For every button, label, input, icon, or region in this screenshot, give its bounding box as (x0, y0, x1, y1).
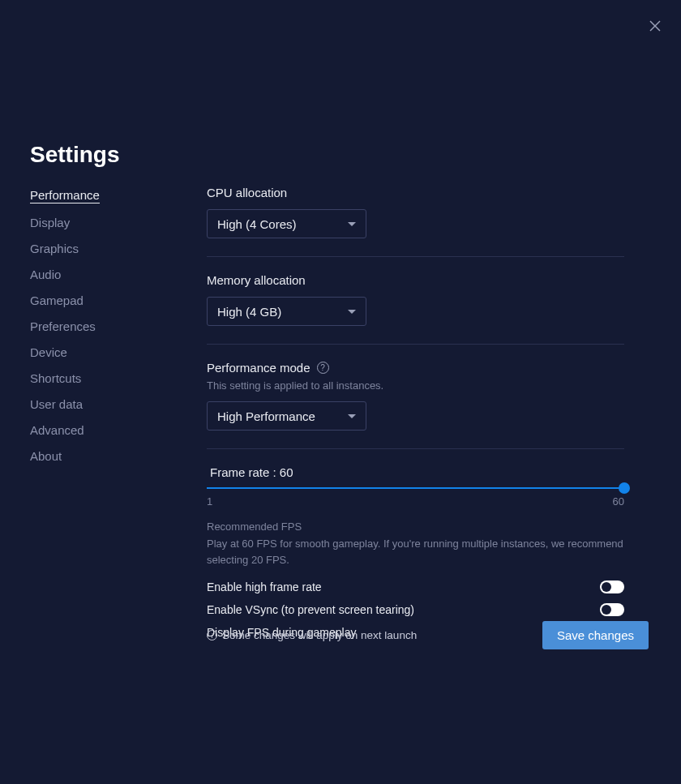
enable-vsync-toggle[interactable] (600, 603, 624, 616)
frame-rate-range: 1 60 (207, 495, 624, 508)
sidebar-item-advanced[interactable]: Advanced (30, 423, 84, 437)
performance-mode-label: Performance mode ? (207, 361, 624, 375)
footer-note-text: Some changes will apply on next launch (222, 629, 417, 641)
cpu-allocation-select[interactable]: High (4 Cores) (207, 209, 366, 238)
frame-rate-label-prefix: Frame rate : (210, 465, 280, 479)
performance-mode-select[interactable]: High Performance (207, 401, 366, 431)
frame-rate-max: 60 (613, 495, 624, 508)
help-icon[interactable]: ? (317, 362, 329, 374)
close-button[interactable] (644, 15, 666, 37)
performance-mode-label-text: Performance mode (207, 361, 311, 375)
cpu-allocation-section: CPU allocation High (4 Cores) (207, 186, 624, 257)
enable-high-frame-rate-row: Enable high frame rate (207, 581, 624, 593)
save-changes-button[interactable]: Save changes (542, 621, 649, 649)
frame-rate-min: 1 (207, 495, 212, 508)
frame-rate-section: Frame rate : 60 1 60 Recommended FPS Pla… (207, 465, 624, 639)
recommended-fps-body: Play at 60 FPS for smooth gameplay. If y… (207, 536, 624, 568)
settings-sidebar: Performance Display Graphics Audio Gamep… (30, 188, 168, 475)
toggle-knob (602, 582, 611, 592)
sidebar-item-shortcuts[interactable]: Shortcuts (30, 371, 81, 385)
recommended-fps-heading: Recommended FPS (207, 521, 624, 533)
page-title: Settings (30, 142, 119, 168)
frame-rate-value: 60 (280, 465, 293, 479)
close-icon (649, 20, 661, 32)
caret-down-icon (348, 310, 356, 314)
frame-rate-slider-thumb[interactable] (619, 482, 630, 494)
sidebar-item-audio[interactable]: Audio (30, 268, 61, 281)
cpu-allocation-label: CPU allocation (207, 186, 624, 199)
sidebar-item-gamepad[interactable]: Gamepad (30, 293, 84, 307)
enable-vsync-row: Enable VSync (to prevent screen tearing) (207, 603, 624, 616)
memory-allocation-select[interactable]: High (4 GB) (207, 297, 366, 326)
sidebar-item-device[interactable]: Device (30, 345, 67, 359)
cpu-allocation-value: High (4 Cores) (217, 217, 297, 231)
settings-footer: i Some changes will apply on next launch… (207, 621, 649, 649)
performance-mode-section: Performance mode ? This setting is appli… (207, 361, 624, 449)
sidebar-item-performance[interactable]: Performance (30, 188, 100, 203)
caret-down-icon (348, 414, 356, 418)
sidebar-item-about[interactable]: About (30, 449, 62, 463)
footer-note: i Some changes will apply on next launch (207, 629, 417, 641)
memory-allocation-section: Memory allocation High (4 GB) (207, 273, 624, 345)
performance-mode-value: High Performance (217, 409, 315, 423)
memory-allocation-label: Memory allocation (207, 273, 624, 287)
settings-content: CPU allocation High (4 Cores) Memory all… (207, 186, 624, 655)
sidebar-item-graphics[interactable]: Graphics (30, 242, 79, 255)
sidebar-item-preferences[interactable]: Preferences (30, 319, 96, 333)
frame-rate-label: Frame rate : 60 (210, 465, 624, 479)
memory-allocation-value: High (4 GB) (217, 305, 281, 319)
enable-vsync-label: Enable VSync (to prevent screen tearing) (207, 603, 414, 616)
enable-high-frame-rate-label: Enable high frame rate (207, 581, 322, 593)
performance-mode-sublabel: This setting is applied to all instances… (207, 379, 624, 392)
caret-down-icon (348, 222, 356, 226)
toggle-knob (602, 605, 611, 615)
enable-high-frame-rate-toggle[interactable] (600, 581, 624, 593)
sidebar-item-display[interactable]: Display (30, 216, 70, 229)
frame-rate-slider[interactable] (207, 487, 624, 489)
settings-window: Settings Performance Display Graphics Au… (0, 0, 681, 784)
sidebar-item-user-data[interactable]: User data (30, 397, 83, 411)
info-icon: i (207, 630, 217, 640)
